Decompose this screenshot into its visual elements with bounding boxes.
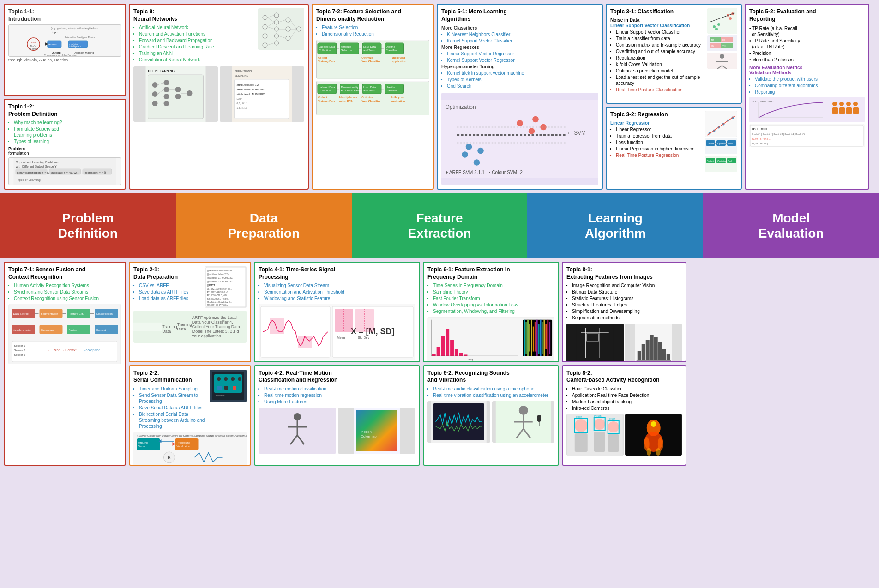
svg-text:sensors: sensors bbox=[48, 43, 57, 46]
svg-text:875,4712,596.77758.0...: 875,4712,596.77758.0... bbox=[207, 298, 229, 300]
li-context-fusion: Context Recognition using Sensor Fusion bbox=[14, 295, 121, 301]
svg-text:Use the: Use the bbox=[386, 45, 395, 48]
topic-4-1-title: Topic 4-1: Time-Series SignalProcessing bbox=[259, 266, 415, 281]
cat-problem-label: ProblemDefinition bbox=[58, 210, 118, 241]
li-overfitting: Overfitting and out-of-sample accuracy bbox=[616, 48, 705, 54]
more-regressors-header: More Regressors bbox=[441, 45, 598, 50]
svg-rect-305 bbox=[455, 349, 458, 356]
classifiers-list: K-Nearest Neighbors Classifier Kernel Su… bbox=[441, 31, 598, 44]
col5-bot: Topic 8-1:Extracting Features from Image… bbox=[562, 262, 686, 465]
svg-point-374 bbox=[650, 421, 656, 427]
svg-rect-362 bbox=[594, 432, 605, 452]
svg-text:Classification: Classification bbox=[96, 312, 113, 315]
cat-feature-label: FeatureExtraction bbox=[408, 210, 471, 241]
svg-rect-206 bbox=[750, 131, 863, 131]
bullet-training-ann: Training an ANN bbox=[139, 50, 255, 56]
svg-text:Interactive Intelligent Produc: Interactive Intelligent Product bbox=[65, 36, 96, 39]
li-optimize: Optimize a prediction model bbox=[616, 68, 705, 74]
li-realtime-posture: Real-Time Posture Classification bbox=[616, 87, 705, 93]
li-time-series-freq: Time Series in Frequency Domain bbox=[433, 282, 554, 288]
svg-rect-318 bbox=[533, 327, 534, 352]
cat-model-label: ModelEvaluation bbox=[759, 210, 824, 241]
svg-text:48.9821.07.45.026.002 0...: 48.9821.07.45.026.002 0... bbox=[207, 301, 232, 303]
svg-rect-264 bbox=[137, 438, 160, 450]
li-realtime-face: Application: Real-time Face Detection bbox=[572, 392, 682, 398]
topic-8-1-card: Topic 8-1:Extracting Features from Image… bbox=[562, 262, 686, 362]
svg-text:Gyroscope: Gyroscope bbox=[41, 329, 55, 331]
li-train-reg: Train a regressor from data bbox=[616, 133, 703, 139]
svg-text:Training Data: Training Data bbox=[318, 60, 336, 63]
li-save-arff: Save data as ARFF files bbox=[139, 289, 203, 295]
svg-point-254 bbox=[217, 377, 221, 381]
svg-text:and Train: and Train bbox=[363, 90, 374, 92]
svg-text:Build your: Build your bbox=[391, 96, 404, 99]
li-realtime-posture-reg: Real-Time Posture Regression bbox=[616, 152, 703, 158]
svg-text:Your Classifier: Your Classifier bbox=[361, 100, 380, 102]
cat-data-label: DataPreparation bbox=[228, 210, 300, 241]
topic-1-2-card: Topic 1-2:Problem Definition Why machine… bbox=[4, 99, 126, 190]
svg-text:Optimize: Optimize bbox=[717, 142, 727, 145]
svg-rect-317 bbox=[531, 320, 532, 356]
svg-rect-363 bbox=[608, 434, 619, 452]
svg-rect-200 bbox=[839, 107, 845, 114]
svg-point-135 bbox=[517, 120, 523, 126]
bullet-neuron: Neuron and Activation Functions bbox=[139, 31, 255, 37]
topic-3-1-img3 bbox=[707, 53, 737, 69]
svg-text:Sensor 3: Sensor 3 bbox=[14, 354, 26, 356]
svg-point-68 bbox=[187, 90, 193, 96]
svg-text:Dimensionality: Dimensionality bbox=[341, 86, 358, 89]
topic-3-1-img1 bbox=[707, 8, 737, 34]
svg-text:Accelerometer: Accelerometer bbox=[13, 329, 31, 331]
svg-rect-303 bbox=[446, 329, 449, 356]
svg-point-257 bbox=[238, 377, 241, 381]
svg-text:Processing: Processing bbox=[177, 441, 191, 444]
svg-point-60 bbox=[152, 91, 158, 97]
li-img-recog: Image Recognition and Computer Vision bbox=[572, 282, 682, 288]
svg-rect-0 bbox=[23, 25, 107, 56]
svg-text:Input: Input bbox=[52, 31, 59, 34]
topic-8-2-title: Topic 8-2:Camera-based Activity Recognit… bbox=[566, 370, 682, 384]
svg-text:Classifier: Classifier bbox=[386, 49, 397, 52]
svg-point-197 bbox=[846, 102, 851, 106]
svg-text:FN: FN bbox=[711, 45, 714, 48]
svg-rect-350 bbox=[658, 342, 662, 360]
topic-4-1-diagram: X = [M, SD] Mean Std Dev bbox=[259, 304, 415, 360]
col-72-top: Topic 7-2: Feature Selection andDimensio… bbox=[312, 4, 434, 190]
svg-text:Optimize: Optimize bbox=[361, 96, 373, 99]
topic-1-2-sub: Problem formulation bbox=[8, 146, 121, 156]
svg-text:attribute v1: NUMERIC: attribute v1: NUMERIC bbox=[237, 88, 265, 91]
topic-6-2-title: Topic 6-2: Recognizing Soundsand Vibrati… bbox=[427, 370, 554, 384]
kernel-svc: Kernel Support Vector Classifier bbox=[447, 38, 598, 44]
svg-text:Std Dev: Std Dev bbox=[358, 336, 369, 339]
svg-rect-315 bbox=[527, 320, 529, 356]
bullet-gradient: Gradient Descent and Learning Rate bbox=[139, 44, 255, 50]
bullet-formulate: Formulate SupervisedLearning problems bbox=[14, 126, 121, 138]
svg-text:Build: Build bbox=[728, 160, 733, 162]
topic-8-1-title: Topic 8-1:Extracting Features from Image… bbox=[566, 266, 682, 281]
topic-9-diagrams: DEEP LEARNING bbox=[133, 66, 304, 185]
svg-rect-271 bbox=[175, 438, 199, 450]
svg-text:Collection: Collection bbox=[319, 90, 331, 92]
svg-text:freq: freq bbox=[468, 359, 473, 361]
topic-7-2-diagram1: Labeled Data Collection Attribute Select… bbox=[316, 40, 429, 79]
topic-9-card: Topic 9:Neural Networks Artificial Neura… bbox=[129, 4, 309, 190]
svg-text:DEFINITIONS: DEFINITIONS bbox=[235, 70, 252, 72]
svg-text:Selection: Selection bbox=[341, 49, 352, 52]
topic-3-2-img3: Collect Optimize Build bbox=[705, 156, 737, 172]
svg-rect-259 bbox=[224, 386, 228, 390]
svg-rect-324 bbox=[543, 320, 545, 356]
topic-5-1-content: More Classifiers K-Nearest Neighbors Cla… bbox=[441, 24, 598, 90]
svg-point-59 bbox=[152, 82, 158, 88]
li-load-arff: Load data as ARFF files bbox=[139, 295, 203, 301]
bullet-types: Types of learning bbox=[14, 138, 121, 144]
svg-rect-279 bbox=[270, 318, 284, 334]
li-rt-motion-clf: Real-time motion classification bbox=[264, 386, 415, 392]
more-classifiers-header: More Classifiers bbox=[441, 25, 598, 30]
svg-rect-316 bbox=[529, 324, 530, 352]
noise-header: Noise in Data bbox=[610, 18, 705, 23]
svg-text:@attribute v1: NUMERIC: @attribute v1: NUMERIC bbox=[207, 276, 233, 279]
topic-6-2-img1 bbox=[427, 401, 490, 443]
svg-text:Load Data: Load Data bbox=[363, 45, 376, 48]
svg-rect-302 bbox=[441, 336, 445, 356]
svg-rect-260 bbox=[233, 386, 236, 390]
